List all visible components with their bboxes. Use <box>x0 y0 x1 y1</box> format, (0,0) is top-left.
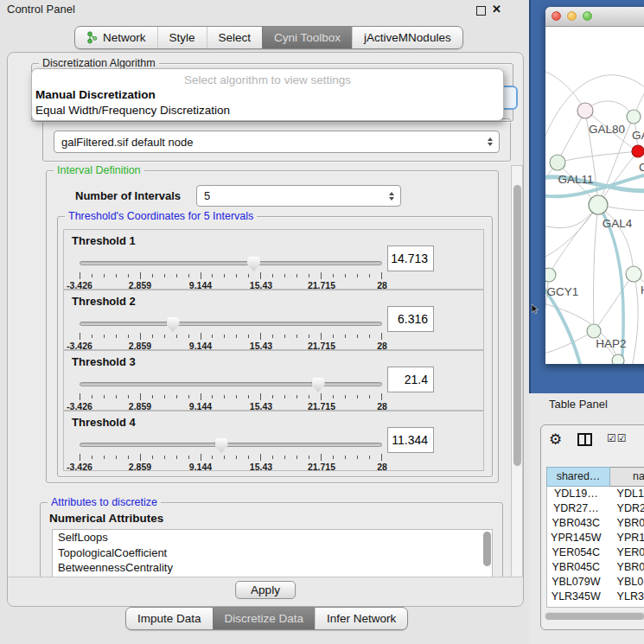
column-checkbox-icons[interactable]: ☑☑ <box>607 432 628 444</box>
gear-icon[interactable]: ⚙ <box>549 430 562 449</box>
tick-label: 28 <box>377 462 387 472</box>
close-traffic-icon[interactable] <box>552 11 561 21</box>
top-right-node[interactable] <box>627 110 641 124</box>
GAL80-node[interactable] <box>577 103 593 118</box>
threshold-value-field[interactable]: 6.316 <box>387 306 434 332</box>
attribute-item[interactable]: BetweennessCentrality <box>53 560 492 576</box>
cell-name: YPR1 <box>605 531 644 545</box>
slider-track[interactable] <box>80 322 382 326</box>
tick-label: 15.43 <box>250 462 272 472</box>
table-data-combobox[interactable]: galFiltered.sif default node <box>54 131 500 153</box>
slider-track[interactable] <box>80 443 382 447</box>
network-graph[interactable]: GAL80GACGAL11GAL4GCY1HHAP2 <box>545 26 644 364</box>
node-label: C <box>639 161 644 174</box>
tab-infer-network[interactable]: Infer Network <box>315 608 407 629</box>
list-scrollbar[interactable] <box>483 532 491 566</box>
apply-button[interactable]: Apply <box>235 581 296 599</box>
table-row[interactable]: YIL053CYIL0 <box>547 604 644 608</box>
network-view-window[interactable]: GAL80GACGAL11GAL4GCY1HHAP2 <box>545 7 644 364</box>
table-row[interactable]: YBL079WYBL0 <box>547 575 644 590</box>
attribute-item[interactable]: SelfLoops <box>53 530 492 545</box>
zoom-traffic-icon[interactable] <box>583 11 592 21</box>
table-row[interactable]: YER054CYER0 <box>547 545 644 560</box>
interval-definition-group: Interval Definition Number of Intervals … <box>46 170 499 483</box>
top-tabbar: NetworkStyleSelectCyni ToolboxjActiveMNo… <box>74 26 463 49</box>
apply-row: Apply <box>8 577 523 606</box>
slider-track[interactable] <box>80 382 382 386</box>
tab-select[interactable]: Select <box>207 27 263 48</box>
table-row[interactable]: YBR043CYBR0 <box>547 516 644 531</box>
scrollbar-thumb[interactable] <box>513 185 521 466</box>
cyni-toolbox-panel: Discretization Algorithm Select algorith… <box>7 52 524 607</box>
mouse-cursor <box>532 304 540 315</box>
dropdown-option-equal-width[interactable]: Equal Width/Frequency Discretization <box>35 104 230 117</box>
slider-thumb[interactable] <box>215 438 228 453</box>
cell-name: YBL0 <box>605 575 644 590</box>
threshold-slider[interactable]: -3.4262.8599.14415.4321.71528 <box>80 436 382 470</box>
float-icon[interactable] <box>476 6 486 16</box>
column-header-name[interactable]: na <box>610 467 644 487</box>
table-row[interactable]: YLR345WYLR3 <box>547 590 644 604</box>
scrollbar-thumb[interactable] <box>545 613 644 620</box>
horizontal-scrollbar[interactable] <box>545 612 644 620</box>
threshold-value-field[interactable]: 14.713 <box>387 245 434 271</box>
column-header-shared[interactable]: shared… <box>546 467 610 487</box>
numerical-attributes-list[interactable]: SelfLoopsTopologicalCoefficientBetweenne… <box>52 529 493 577</box>
threshold-slider[interactable]: -3.4262.8599.14415.4321.71528 <box>80 375 382 410</box>
vertical-scrollbar[interactable] <box>511 165 523 578</box>
right-node[interactable] <box>626 266 641 282</box>
table-row[interactable]: YDR27…YDR2 <box>547 501 644 516</box>
slider-ticks <box>80 333 382 340</box>
slider-thumb[interactable] <box>167 317 180 332</box>
tab-cyni-toolbox[interactable]: Cyni Toolbox <box>262 27 352 48</box>
number-of-intervals-combobox[interactable]: 5 <box>196 185 401 207</box>
split-panel-icon[interactable] <box>577 433 592 446</box>
tab-jactivemnodules[interactable]: jActiveMNodules <box>352 27 462 48</box>
tab-label: Network <box>103 31 146 44</box>
tab-discretize-data[interactable]: Discretize Data <box>213 608 316 629</box>
threshold-slider[interactable]: -3.4262.8599.14415.4321.71528 <box>80 254 382 289</box>
GAL11-node[interactable] <box>550 155 565 170</box>
node-table[interactable]: shared… na YDL19…YDL1YDR27…YDR2YBR043CYB… <box>546 467 644 608</box>
group-label: Interval Definition <box>54 165 144 176</box>
cell-shared-name: YLR345W <box>547 590 605 604</box>
GCY1-node[interactable] <box>545 268 556 282</box>
node-label: H <box>641 284 644 296</box>
tick-label: 2.859 <box>129 462 151 472</box>
tab-style[interactable]: Style <box>157 27 207 48</box>
threshold-panel: Threshold 4 -3.4262.8599.14415.4321.7152… <box>63 411 484 471</box>
node-label: HAP2 <box>596 337 626 350</box>
table-row[interactable]: YBR045CYBR0 <box>547 560 644 575</box>
red-node[interactable] <box>632 145 644 157</box>
slider-thumb[interactable] <box>247 257 260 271</box>
tab-label: Cyni Toolbox <box>274 31 341 44</box>
bottom-node[interactable] <box>612 354 624 364</box>
tab-network[interactable]: Network <box>75 27 157 48</box>
threshold-value-field[interactable]: 11.344 <box>387 427 434 453</box>
node-label: GAL4 <box>603 217 633 230</box>
attribute-item[interactable]: TopologicalCoefficient <box>53 545 492 561</box>
table-data-group: Table Data galFiltered.sif default node <box>42 118 511 162</box>
slider-thumb[interactable] <box>312 378 325 392</box>
cell-shared-name: YER054C <box>547 545 605 560</box>
close-icon[interactable]: ✕ <box>492 3 501 16</box>
threshold-value-field[interactable]: 21.4 <box>387 367 434 392</box>
number-of-intervals-label: Number of Intervals <box>75 189 181 202</box>
cell-name: YBR0 <box>605 516 644 531</box>
tick-label: 9.144 <box>189 462 212 472</box>
tick-label: -3.426 <box>67 462 92 472</box>
dropdown-option-manual[interactable]: Manual Discretization <box>35 88 156 101</box>
minimize-traffic-icon[interactable] <box>567 11 577 21</box>
group-label: Discretization Algorithm <box>39 57 159 69</box>
node-label: GAL80 <box>589 123 625 136</box>
table-row[interactable]: YDL19…YDL1 <box>547 487 644 501</box>
slider-track[interactable] <box>80 261 382 265</box>
table-row[interactable]: YPR145WYPR1 <box>547 531 644 545</box>
network-window-titlebar[interactable] <box>545 7 644 27</box>
GAL4-node[interactable] <box>589 195 608 214</box>
HAP2-node[interactable] <box>587 324 601 338</box>
combobox-value: 5 <box>204 189 210 202</box>
cell-name: YLR3 <box>605 590 644 604</box>
tab-impute-data[interactable]: Impute Data <box>126 608 213 629</box>
threshold-slider[interactable]: -3.4262.8599.14415.4321.71528 <box>80 315 382 349</box>
